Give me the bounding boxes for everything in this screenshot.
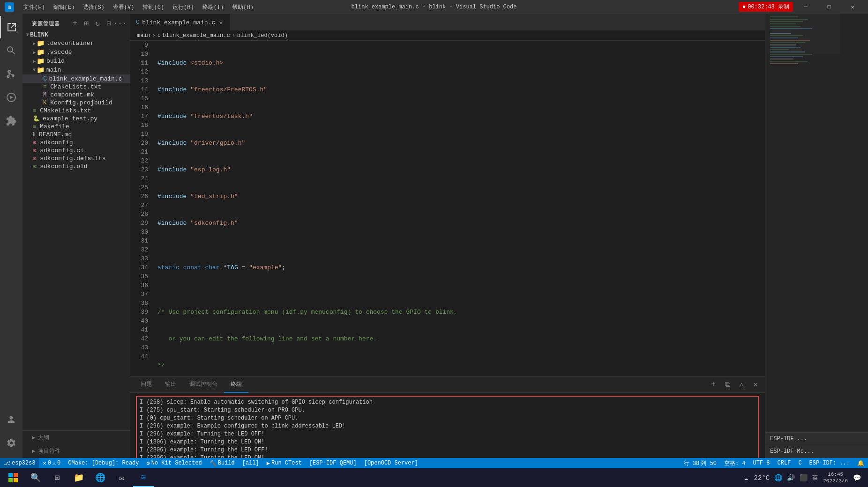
tab-blink-main[interactable]: C blink_example_main.c ✕ [130, 14, 230, 30]
vscode-logo: ≋ [5, 2, 14, 12]
code-editor[interactable]: 910111213 1415161718 1920212223 24252627… [130, 41, 765, 376]
py-file-icon: 🐍 [33, 115, 40, 122]
status-bell[interactable]: 🔔 [853, 458, 868, 468]
panel-tab-output[interactable]: 输出 [158, 376, 183, 393]
menu-view[interactable]: 查看(V) [109, 2, 138, 12]
status-esp-idf[interactable]: ESP-IDF: ... [806, 458, 853, 468]
tree-item-vscode[interactable]: ▶ 📁 .vscode [22, 48, 130, 57]
taskbar-search[interactable]: 🔍 [25, 468, 46, 487]
language-icon[interactable]: 英 [811, 474, 819, 482]
breadcrumb-main[interactable]: main [137, 32, 150, 39]
menu-terminal[interactable]: 终端(T) [199, 2, 228, 12]
status-esp-qemu[interactable]: [ESP-IDF QEMU] [306, 458, 360, 468]
maximize-btn[interactable]: □ [818, 0, 840, 14]
tree-item-sdkconfig-defaults[interactable]: ⚙ sdkconfig.defaults [22, 155, 130, 162]
network-icon[interactable]: 🌐 [773, 474, 784, 482]
tree-item-sdkconfig-ci[interactable]: ⚙ sdkconfig.ci [22, 147, 130, 155]
new-file-btn[interactable]: + [70, 19, 80, 28]
activity-bar [0, 14, 22, 458]
notification-icon[interactable]: 💬 [852, 474, 862, 482]
panel-add-btn[interactable]: + [708, 379, 719, 390]
taskbar-browser[interactable]: 🌐 [90, 468, 111, 487]
volume-icon[interactable]: 🔊 [786, 474, 796, 482]
activity-explorer[interactable] [0, 16, 22, 38]
terminal-line-1: I (268) sleep: Enable automatic switchin… [140, 398, 756, 406]
taskbar-task-view[interactable]: ⊡ [47, 468, 67, 487]
tree-item-makefile[interactable]: ≡ Makefile [22, 123, 130, 131]
status-errors[interactable]: ✕ 0 ⚠ 0 [39, 458, 64, 468]
panel-tab-problems[interactable]: 问题 [134, 376, 158, 393]
menu-file[interactable]: 文件(F) [20, 2, 49, 12]
panel-close-btn[interactable]: ✕ [750, 379, 761, 390]
menu-run[interactable]: 运行(R) [169, 2, 198, 12]
tree-item-blink-main-c[interactable]: C blink_example_main.c [22, 74, 130, 83]
status-run-test[interactable]: ▶ Run CTest [263, 458, 306, 468]
make-file-icon: ≡ [33, 124, 36, 130]
status-cmake[interactable]: CMake: [Debug]: Ready [64, 458, 142, 468]
activity-search[interactable] [0, 39, 22, 62]
timer-widget[interactable]: ● 00:32:43 录制 [739, 2, 793, 12]
tree-item-cmakelists-root[interactable]: ≡ CMakeLists.txt [22, 107, 130, 115]
activity-extensions[interactable] [0, 110, 22, 132]
menu-edit[interactable]: 编辑(E) [50, 2, 79, 12]
esp-idf-tab-2[interactable]: ESP-IDF Mo... [765, 445, 868, 458]
panel-split-btn[interactable]: ⧉ [722, 379, 733, 390]
collapse-all-btn[interactable]: ⊟ [104, 19, 113, 28]
col-label: 列 50 [701, 459, 717, 467]
wifi-icon[interactable]: 22°C [754, 474, 770, 482]
folder-icon: 📁 [37, 39, 45, 47]
weather-icon[interactable]: ☁ [744, 474, 748, 482]
tree-item-kconfig[interactable]: K Kconfig.projbuild [22, 99, 130, 107]
status-ln[interactable]: 行 38 列 50 [680, 458, 720, 468]
new-folder-btn[interactable]: ⊞ [82, 19, 91, 28]
project-files-section[interactable]: ▶ 项目符件 [22, 444, 130, 458]
status-spaces[interactable]: 空格: 4 [720, 458, 749, 468]
taskbar-vscode[interactable]: ≋ [133, 468, 154, 487]
activity-settings[interactable] [0, 432, 22, 454]
tree-item-readme[interactable]: ℹ README.md [22, 131, 130, 139]
status-kit[interactable]: ⚙ No Kit Selected [143, 458, 206, 468]
activity-account[interactable] [0, 408, 22, 431]
taskbar-mail[interactable]: ✉ [112, 468, 132, 487]
folder-icon: 📁 [37, 48, 45, 56]
menu-help[interactable]: 帮助(H) [228, 2, 257, 12]
status-encoding[interactable]: UTF-8 [749, 458, 774, 468]
panel-tab-debug[interactable]: 调试控制台 [183, 376, 224, 393]
battery-icon[interactable]: ⬛ [798, 474, 809, 482]
tree-item-sdkconfig-old[interactable]: ⚙ sdkconfig.old [22, 162, 130, 170]
bell-icon: 🔔 [857, 460, 864, 467]
menu-bar[interactable]: 文件(F) 编辑(E) 选择(S) 查看(V) 转到(G) 运行(R) 终端(T… [20, 2, 257, 12]
tree-item-example-test[interactable]: 🐍 example_test.py [22, 115, 130, 123]
tree-item-cmakelists-main[interactable]: ≡ CMakeLists.txt [22, 83, 130, 91]
status-git-branch[interactable]: ⎇ esp32s3 [0, 458, 39, 468]
status-line-ending[interactable]: CRLF [774, 458, 795, 468]
status-openocd[interactable]: [OpenOCD Server] [360, 458, 422, 468]
status-build[interactable]: 🔨 Build [206, 458, 239, 468]
breadcrumb-file[interactable]: blink_example_main.c [163, 32, 230, 39]
activity-debug[interactable] [0, 86, 22, 109]
close-btn[interactable]: ✕ [842, 0, 863, 14]
status-build-all[interactable]: [all] [239, 458, 263, 468]
breadcrumb-symbol[interactable]: blink_led(void) [237, 32, 288, 39]
taskbar-file-explorer[interactable]: 📁 [68, 468, 89, 487]
minimize-btn[interactable]: ─ [795, 0, 816, 14]
menu-goto[interactable]: 转到(G) [139, 2, 168, 12]
tab-close-btn[interactable]: ✕ [218, 19, 224, 27]
start-button[interactable] [2, 468, 24, 487]
tree-item-main[interactable]: ▼ 📁 main [22, 66, 130, 74]
more-actions-btn[interactable]: ··· [115, 19, 125, 28]
panel-maximize-btn[interactable]: △ [736, 379, 747, 390]
status-language[interactable]: C [794, 458, 805, 468]
menu-select[interactable]: 选择(S) [79, 2, 108, 12]
tree-item-component-mk[interactable]: M component.mk [22, 91, 130, 99]
terminal-content[interactable]: I (268) sleep: Enable automatic switchin… [130, 393, 765, 458]
refresh-btn[interactable]: ↻ [93, 19, 102, 28]
tree-item-sdkconfig[interactable]: ⚙ sdkconfig [22, 139, 130, 147]
tree-item-build[interactable]: ▶ 📁 build [22, 57, 130, 66]
esp-idf-tab-1[interactable]: ESP-IDF ... [765, 433, 868, 445]
outline-section[interactable]: ▶ 大纲 [22, 431, 130, 444]
tree-item-devcontainer[interactable]: ▶ 📁 .devcontainer [22, 39, 130, 48]
activity-git[interactable] [0, 63, 22, 85]
tree-root-blink[interactable]: ▼ BLINK [22, 31, 130, 39]
panel-tab-terminal[interactable]: 终端 [224, 376, 248, 393]
